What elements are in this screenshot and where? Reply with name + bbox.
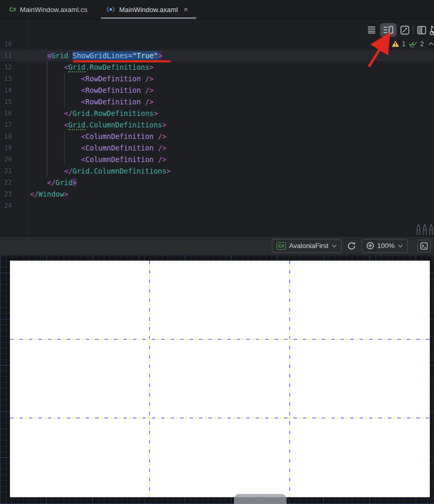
code-text: <ColumnDefinition /> [0, 154, 434, 165]
split-editor-icon[interactable] [417, 26, 426, 35]
code-line[interactable]: 21 </Grid.ColumnDefinitions> [0, 165, 434, 177]
line-number: 23 [4, 188, 23, 200]
code-text: <Grid.ColumnDefinitions> [0, 119, 434, 131]
line-number: 24 [4, 200, 23, 211]
annotation-red-arrow [364, 33, 393, 70]
code-text: </Window> [0, 188, 434, 200]
grid-line-horizontal [10, 417, 430, 419]
zoom-level: 100% [377, 242, 395, 250]
code-text: </Grid.RowDefinitions> [0, 108, 434, 119]
active-tab-underline [101, 17, 196, 19]
csharp-file-icon: C# [9, 7, 16, 13]
terminal-button[interactable] [417, 240, 431, 252]
warning-count: 1 [402, 40, 406, 48]
run-config-label: AvaloniaFirst [289, 242, 329, 250]
code-text: <RowDefinition /> [0, 84, 434, 96]
chevron-down-icon [398, 244, 403, 248]
marker-pins-icon [416, 223, 434, 235]
line-number: 13 [4, 73, 23, 84]
code-line[interactable]: 24 [0, 200, 434, 211]
editor-tab-bar: C# MainWindow.axaml.cs MainWindow.axaml … [0, 0, 434, 19]
preview-zoom-pill[interactable] [234, 494, 287, 504]
code-text: <ColumnDefinition /> [0, 142, 434, 154]
code-line[interactable]: 13 <RowDefinition /> [0, 73, 434, 84]
toolbar-divider [413, 26, 414, 35]
run-config-selector[interactable]: C# AvaloniaFirst [272, 239, 341, 253]
avalonia-previewer-canvas[interactable] [0, 255, 434, 504]
line-number: 22 [4, 177, 23, 188]
tab-mainwindow-axaml-cs[interactable]: C# MainWindow.axaml.cs [4, 0, 92, 19]
close-icon[interactable]: × [184, 5, 188, 14]
line-number: 21 [4, 165, 23, 177]
line-number: 17 [4, 119, 23, 131]
inspections-widget[interactable]: 1 2 [391, 40, 434, 48]
code-editor[interactable]: 1011 <Grid ShowGridLines="True">12 <Grid… [0, 19, 434, 236]
code-text: <RowDefinition /> [0, 73, 434, 84]
axaml-file-icon [106, 6, 115, 13]
chevron-up-icon[interactable] [428, 41, 434, 46]
open-preview-window-icon[interactable] [400, 26, 409, 35]
grid-line-vertical [149, 261, 150, 497]
grid-line-vertical [289, 261, 290, 497]
code-line[interactable]: 23</Window> [0, 188, 434, 200]
code-line[interactable]: 17 <Grid.ColumnDefinitions> [0, 119, 434, 131]
line-number: 14 [4, 84, 23, 96]
zoom-in-icon [366, 242, 374, 250]
tab-label: MainWindow.axaml [119, 6, 178, 14]
code-line[interactable]: 19 <ColumnDefinition /> [0, 142, 434, 154]
line-number: 11 [4, 50, 23, 61]
zoom-selector[interactable]: 100% [362, 239, 408, 253]
previewed-window [10, 261, 430, 497]
code-text: <ColumnDefinition /> [0, 131, 434, 142]
grid-line-horizontal [10, 339, 430, 340]
chevron-down-icon [332, 244, 337, 248]
line-number: 20 [4, 154, 23, 165]
line-number: 19 [4, 142, 23, 154]
line-number: 18 [4, 131, 23, 142]
annotation-red-underline [73, 60, 171, 62]
line-number: 12 [4, 61, 23, 73]
ide-window: C# MainWindow.axaml.cs MainWindow.axaml … [0, 0, 434, 504]
code-line[interactable]: 20 <ColumnDefinition /> [0, 154, 434, 165]
code-text: <RowDefinition /> [0, 96, 434, 108]
code-line[interactable]: 18 <ColumnDefinition /> [0, 131, 434, 142]
reload-file-icon[interactable] [430, 25, 434, 35]
line-number: 16 [4, 108, 23, 119]
code-line[interactable]: 16 </Grid.RowDefinitions> [0, 108, 434, 119]
ok-checks-icon [408, 40, 418, 48]
tab-mainwindow-axaml[interactable]: MainWindow.axaml × [101, 0, 196, 19]
line-number: 15 [4, 96, 23, 108]
code-text: </Grid.ColumnDefinitions> [0, 165, 434, 177]
code-line[interactable]: 14 <RowDefinition /> [0, 84, 434, 96]
csharp-project-icon: C# [277, 242, 286, 250]
previewer-toolbar: C# AvaloniaFirst 100% [0, 236, 434, 255]
refresh-preview-button[interactable] [347, 241, 356, 251]
line-number: 10 [4, 38, 23, 50]
code-text: </Grid> [0, 177, 434, 188]
code-line[interactable]: 22 </Grid> [0, 177, 434, 188]
tab-label: MainWindow.axaml.cs [20, 6, 88, 14]
code-line[interactable]: 15 <RowDefinition /> [0, 96, 434, 108]
ok-count: 2 [420, 40, 424, 48]
